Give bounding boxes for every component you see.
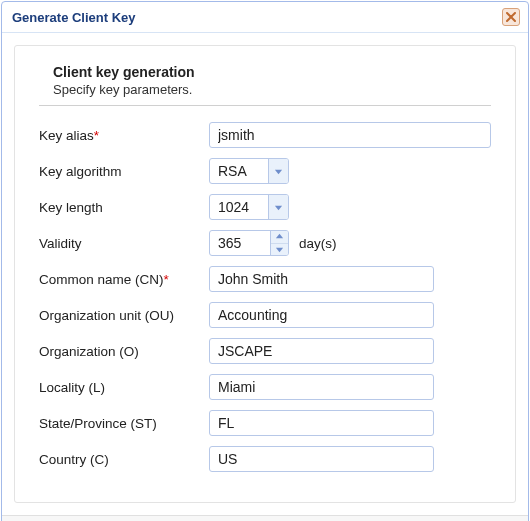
close-button[interactable] [502,8,520,26]
dialog-footer: OK Cancel [2,515,528,521]
label-country: Country (C) [39,452,209,467]
chevron-up-icon [275,232,284,241]
label-common-name: Common name (CN)* [39,272,209,287]
dialog-body: Client key generation Specify key parame… [2,33,528,515]
validity-value: 365 [210,231,270,255]
label-key-length: Key length [39,200,209,215]
state-input[interactable] [209,410,434,436]
svg-marker-0 [275,169,282,174]
required-mark: * [94,128,99,143]
common-name-input[interactable] [209,266,434,292]
chevron-down-icon [274,203,283,212]
validity-up-button[interactable] [271,231,288,244]
label-state: State/Province (ST) [39,416,209,431]
validity-suffix: day(s) [299,236,337,251]
label-key-algorithm: Key algorithm [39,164,209,179]
label-locality: Locality (L) [39,380,209,395]
section-subtitle: Specify key parameters. [53,82,491,97]
organization-input[interactable] [209,338,434,364]
key-length-trigger[interactable] [268,195,288,219]
validity-spinner[interactable]: 365 [209,230,289,256]
key-algorithm-value: RSA [210,159,268,183]
svg-marker-3 [276,247,283,252]
chevron-down-icon [274,167,283,176]
required-mark: * [164,272,169,287]
locality-input[interactable] [209,374,434,400]
validity-down-button[interactable] [271,244,288,256]
key-length-select[interactable]: 1024 [209,194,289,220]
label-key-alias-text: Key alias [39,128,94,143]
dialog-titlebar: Generate Client Key [2,2,528,33]
label-organization: Organization (O) [39,344,209,359]
generate-client-key-dialog: Generate Client Key Client key generatio… [1,1,529,521]
svg-marker-1 [275,205,282,210]
country-input[interactable] [209,446,434,472]
key-length-value: 1024 [210,195,268,219]
label-key-alias: Key alias* [39,128,209,143]
section-title: Client key generation [53,64,491,80]
svg-marker-2 [276,234,283,239]
form-panel: Client key generation Specify key parame… [14,45,516,503]
dialog-title: Generate Client Key [12,10,136,25]
org-unit-input[interactable] [209,302,434,328]
label-org-unit: Organization unit (OU) [39,308,209,323]
key-algorithm-select[interactable]: RSA [209,158,289,184]
key-algorithm-trigger[interactable] [268,159,288,183]
label-validity: Validity [39,236,209,251]
close-icon [506,12,516,22]
label-common-name-text: Common name (CN) [39,272,164,287]
chevron-down-icon [275,245,284,254]
key-alias-input[interactable] [209,122,491,148]
section-header: Client key generation Specify key parame… [39,64,491,106]
